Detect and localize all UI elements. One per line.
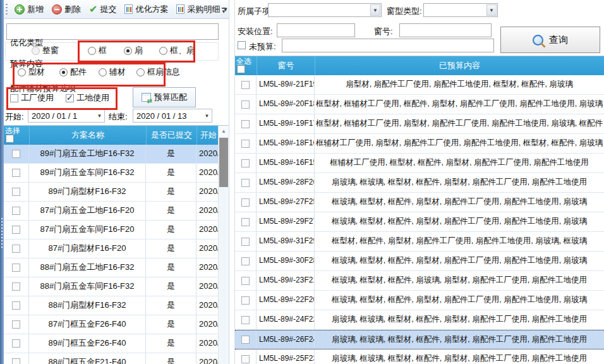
row-checkbox[interactable]	[241, 218, 250, 226]
row-checkbox[interactable]	[12, 226, 20, 234]
plan-table-row[interactable]: 89#门扇五金车间F16-F32 是 2020/0	[4, 164, 218, 183]
toolbar-grip[interactable]	[6, 4, 8, 15]
radio-option[interactable]: 扇	[124, 45, 143, 56]
no-budget-checkbox[interactable]	[238, 41, 246, 49]
row-checkbox[interactable]	[241, 140, 250, 148]
scroll-up-arrow-icon[interactable]	[219, 126, 229, 136]
row-checkbox[interactable]	[12, 339, 20, 348]
checkbox-label: 工厂使用	[21, 92, 54, 104]
submit-button[interactable]: 提交	[86, 3, 119, 16]
row-checkbox[interactable]	[12, 207, 20, 215]
row-checkbox[interactable]	[12, 282, 20, 291]
column-header-select-all[interactable]: 全选	[235, 56, 257, 75]
plan-table-row[interactable]: 88#门扇五金工地F16-F32 是 2020/0	[4, 258, 218, 277]
delete-button[interactable]: 删除	[49, 3, 84, 16]
no-budget-input[interactable]	[282, 39, 494, 52]
plan-table-row[interactable]: 87#门扇五金工地F16-F20 是 2020/0	[4, 202, 218, 221]
radio-option[interactable]: 框、扇	[159, 45, 195, 56]
plan-table-row[interactable]: 88#门框五金F21-F40 是 2020/0	[4, 353, 218, 364]
chevron-down-icon[interactable]	[202, 113, 212, 119]
checkbox-option[interactable]: 工地使用	[66, 92, 109, 104]
row-checkbox[interactable]	[12, 358, 20, 364]
checkbox-option[interactable]: 工厂使用	[10, 92, 54, 104]
row-checkbox[interactable]	[12, 169, 20, 177]
scrollbar-thumb[interactable]	[219, 138, 228, 187]
budget-match-button[interactable]: 预算匹配	[133, 87, 196, 107]
radio-option[interactable]: 整窗	[32, 45, 59, 56]
plan-name-cell: 89#门扇型材F16-F32	[29, 183, 146, 201]
plan-table-row[interactable]: 87#门框五金F26-F40 是 2020/0	[4, 315, 218, 334]
chevron-down-icon[interactable]	[95, 113, 104, 119]
select-all-checkbox[interactable]	[6, 135, 14, 143]
budget-table-row[interactable]: LM5L-89#-29F27 框玻璃, 框型材, 框配件, 扇型材, 扇配件工厂…	[235, 212, 604, 232]
budget-table-row[interactable]: LM5L-89#-31F29 框型材, 框配件, 扇型材, 扇配件工厂使用, 扇…	[235, 232, 604, 252]
radio-option[interactable]: 框扇信息	[136, 66, 180, 78]
row-checkbox[interactable]	[12, 264, 20, 272]
budget-table-row[interactable]: LM5L-89#-28F26 扇玻璃, 框玻璃, 框型材, 框配件, 扇型材, …	[235, 173, 604, 193]
panel-splitter[interactable]	[229, 0, 235, 364]
row-checkbox[interactable]	[241, 120, 250, 128]
budget-table: 全选 窗号 已预算内容 LM5L-89#-21F19 扇型材, 扇配件工厂使用,…	[235, 56, 604, 364]
plan-table-row[interactable]: 89#门扇型材F16-F32 是 2020/0	[4, 183, 218, 202]
add-button[interactable]: 新增	[11, 3, 47, 16]
plan-table-row[interactable]: 89#门扇五金工地F16-F32 是 2020/0	[4, 145, 218, 164]
install-position-input[interactable]	[277, 23, 355, 37]
row-checkbox[interactable]	[12, 188, 20, 196]
row-checkbox[interactable]	[12, 320, 20, 329]
sub-item-combobox[interactable]	[268, 3, 382, 17]
budget-table-row[interactable]: LM5L-89#-24F22 扇玻璃, 框玻璃, 框型材, 框配件, 扇型材, …	[235, 310, 604, 330]
radio-option[interactable]: 型材	[18, 66, 45, 78]
row-checkbox[interactable]	[241, 238, 250, 246]
budget-table-row[interactable]: LM5L-89#-23F21 框玻璃, 框型材, 框配件, 扇玻璃, 扇型材, …	[235, 271, 604, 291]
row-checkbox[interactable]	[12, 150, 20, 158]
query-button[interactable]: 查询	[500, 27, 600, 53]
row-checkbox[interactable]	[12, 245, 20, 253]
budget-table-row[interactable]: LM5L-89#-18F16 框辅材工厂使用, 扇型材, 扇配件工厂使用, 扇配…	[235, 134, 604, 154]
budget-table-row[interactable]: LM5L-89#-20F18 框型材, 框辅材工厂使用, 框配件, 扇型材, 扇…	[235, 95, 604, 114]
column-header-window-no[interactable]: 窗号	[257, 56, 315, 75]
budget-table-row[interactable]: LM5L-89#-27F25 框玻璃, 框型材, 框配件, 扇型材, 扇配件工厂…	[235, 193, 604, 212]
start-date-picker[interactable]: 2020 / 01 / 1	[28, 109, 105, 123]
row-checkbox[interactable]	[241, 257, 250, 265]
plan-table-row[interactable]: 88#门扇型材F16-F32 是 2020/0	[4, 296, 218, 315]
toolbar-overflow-button[interactable]	[219, 4, 228, 17]
column-header-submitted[interactable]: 是否已提交	[146, 126, 196, 145]
row-checkbox[interactable]	[241, 316, 250, 324]
chevron-down-icon[interactable]	[486, 4, 497, 16]
budget-table-row[interactable]: LM5L-89#-21F19 扇型材, 扇配件工厂使用, 扇配件工地使用, 框型…	[235, 75, 604, 95]
end-date-picker[interactable]: 2020 / 01 / 13	[133, 109, 212, 123]
radio-option[interactable]: 配件	[59, 66, 87, 78]
column-header-select[interactable]: 选择	[4, 126, 29, 145]
row-checkbox[interactable]	[241, 277, 250, 285]
plan-table-row[interactable]: 87#门扇五金车间F16-F20 是 2020/0	[4, 221, 218, 240]
row-checkbox[interactable]	[241, 198, 250, 207]
plan-table-row[interactable]: 88#门扇五金车间F16-F32 是 2020/0	[4, 277, 218, 296]
budget-table-row[interactable]: LM5L-89#-22F20 框玻璃, 框型材, 框配件, 扇型材, 扇配件工厂…	[235, 291, 604, 310]
row-checkbox[interactable]	[241, 81, 250, 89]
radio-option[interactable]: 框	[88, 45, 107, 56]
select-all-checkbox[interactable]	[237, 65, 245, 73]
column-header-plan-name[interactable]: 方案名称	[29, 126, 146, 145]
budget-table-row[interactable]: LM5L-89#-19F17 框型材, 框辅材工厂使用, 扇型材, 扇配件工厂使…	[235, 114, 604, 134]
column-header-budgeted-content[interactable]: 已预算内容	[315, 56, 604, 75]
budget-table-row[interactable]: LM5L-89#-30F28 框玻璃, 框型材, 框配件, 扇型材, 扇配件工厂…	[235, 252, 604, 271]
row-checkbox[interactable]	[241, 179, 250, 187]
plan-table-row[interactable]: 87#门扇型材F16-F20 是 2020/0	[4, 240, 218, 258]
plan-table-row[interactable]: 89#门框五金F26-F40 是 2020/0	[4, 334, 218, 353]
row-checkbox[interactable]	[241, 336, 250, 344]
radio-option[interactable]: 辅材	[99, 66, 126, 78]
row-checkbox[interactable]	[241, 355, 250, 363]
budget-table-row[interactable]: LM5L-89#-16F15 框辅材工厂使用, 框型材, 框配件, 扇型材, 扇…	[235, 154, 604, 173]
budget-table-row[interactable]: LM5L-89#-26F24 扇玻璃, 框玻璃, 框型材, 框配件, 扇型材, …	[235, 330, 604, 349]
budget-table-row[interactable]: LM5L-89#-25F23 扇玻璃, 框玻璃, 框型材, 框配件, 扇型材, …	[235, 349, 604, 364]
row-checkbox[interactable]	[12, 301, 20, 310]
window-no-input[interactable]	[399, 23, 492, 37]
optimize-plan-button[interactable]: 优化方案	[121, 3, 171, 16]
row-checkbox[interactable]	[241, 100, 250, 109]
row-checkbox[interactable]	[241, 296, 250, 305]
plan-table-scrollbar[interactable]	[218, 126, 229, 364]
row-checkbox[interactable]	[241, 159, 250, 167]
column-header-start[interactable]: 开始	[196, 126, 218, 145]
window-type-combobox[interactable]	[423, 3, 498, 17]
chevron-down-icon[interactable]	[370, 4, 380, 16]
